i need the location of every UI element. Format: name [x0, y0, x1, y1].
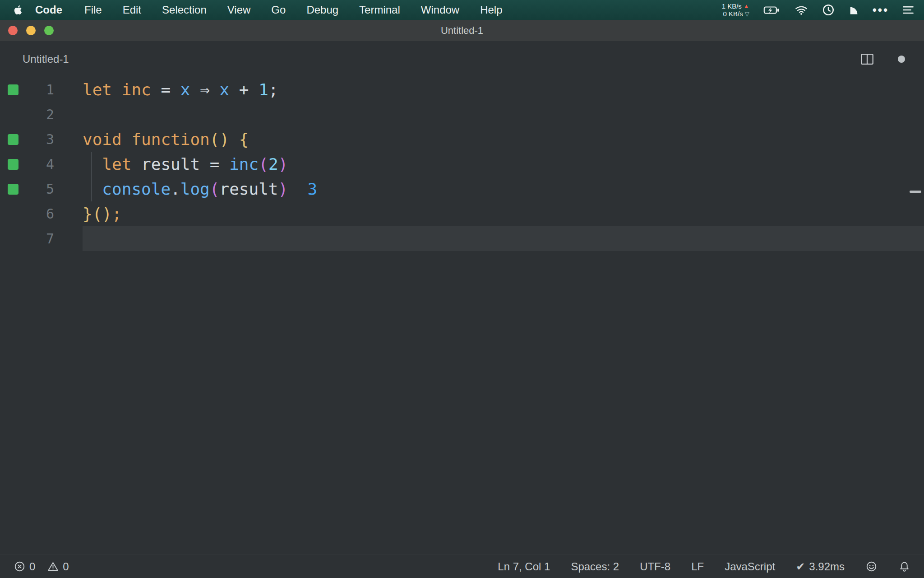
- code-text: void function() {: [83, 127, 924, 152]
- code-token: void: [83, 130, 122, 149]
- line-number[interactable]: 2: [26, 102, 54, 127]
- timing-value: 3.92ms: [809, 560, 845, 573]
- code-token: (: [259, 155, 268, 173]
- code-token: 1: [259, 80, 268, 99]
- coverage-gutter: [0, 226, 26, 251]
- menu-item-terminal[interactable]: Terminal: [349, 4, 411, 16]
- menu-item-edit[interactable]: Edit: [112, 4, 152, 16]
- close-button[interactable]: [8, 26, 18, 35]
- upload-arrow-icon: ▲: [744, 2, 749, 10]
- download-arrow-icon: ▽: [745, 10, 749, 18]
- menu-item-go[interactable]: Go: [261, 4, 296, 16]
- window-controls: [0, 26, 54, 35]
- code-text: [83, 226, 924, 251]
- code-token: console: [102, 180, 171, 198]
- battery-icon[interactable]: [762, 4, 781, 16]
- code-token: result: [141, 155, 200, 173]
- code-token: inc: [229, 155, 259, 173]
- coverage-gutter: [0, 102, 26, 127]
- list-menu-icon[interactable]: [901, 3, 915, 17]
- status-bar: 0 0 Ln 7, Col 1 Spaces: 2 UTF-8 LF JavaS…: [0, 555, 924, 578]
- code-token: result: [219, 180, 278, 198]
- line-number[interactable]: 7: [26, 226, 54, 251]
- quokka-timing[interactable]: ✔ 3.92ms: [796, 560, 845, 573]
- feedback-smiley-icon[interactable]: [865, 560, 878, 573]
- encoding-setting[interactable]: UTF-8: [640, 560, 670, 573]
- line-number[interactable]: 3: [26, 127, 54, 152]
- error-count: 0: [29, 560, 35, 573]
- macos-menu-bar: Code FileEditSelectionViewGoDebugTermina…: [0, 0, 924, 20]
- code-token: .: [171, 180, 180, 198]
- overview-ruler-mark: [910, 191, 921, 193]
- code-token: ;: [268, 80, 278, 99]
- code-token: [83, 155, 102, 173]
- code-token: [229, 130, 239, 149]
- eol-setting[interactable]: LF: [691, 560, 704, 573]
- menu-item-view[interactable]: View: [217, 4, 261, 16]
- code-token: =: [151, 80, 180, 99]
- line-number[interactable]: 5: [26, 177, 54, 201]
- menu-items: FileEditSelectionViewGoDebugTerminalWind…: [74, 4, 513, 16]
- code-line-1[interactable]: 1let inc = x ⇒ x + 1;: [0, 77, 924, 102]
- code-line-5[interactable]: 5 console.log(result) 3: [0, 177, 924, 201]
- notifications-bell-icon[interactable]: [898, 560, 910, 573]
- cursor-position[interactable]: Ln 7, Col 1: [498, 560, 550, 573]
- code-text: console.log(result) 3: [83, 177, 924, 201]
- indent-guide: [91, 152, 92, 201]
- zoom-button[interactable]: [44, 26, 54, 35]
- coverage-indicator-icon: [0, 77, 26, 102]
- window-title-bar: Untitled-1: [0, 20, 924, 41]
- editor-tab-label: Untitled-1: [23, 53, 69, 65]
- code-line-7[interactable]: 7: [0, 226, 924, 251]
- line-number[interactable]: 4: [26, 152, 54, 177]
- code-line-2[interactable]: 2: [0, 102, 924, 127]
- apple-menu-icon[interactable]: [8, 5, 28, 15]
- code-token: [288, 180, 307, 198]
- menu-app-name[interactable]: Code: [28, 4, 74, 16]
- code-token: [122, 130, 132, 149]
- code-text: [83, 102, 924, 127]
- line-number[interactable]: 1: [26, 77, 54, 102]
- language-mode[interactable]: JavaScript: [725, 560, 775, 573]
- code-line-6[interactable]: 6}();: [0, 201, 924, 226]
- code-text: let inc = x ⇒ x + 1;: [83, 77, 924, 102]
- menu-item-file[interactable]: File: [74, 4, 112, 16]
- menu-item-selection[interactable]: Selection: [152, 4, 217, 16]
- minimize-button[interactable]: [26, 26, 36, 35]
- code-text: }();: [83, 201, 924, 226]
- menu-item-help[interactable]: Help: [470, 4, 513, 16]
- code-line-3[interactable]: 3void function() {: [0, 127, 924, 152]
- code-token: [112, 80, 122, 99]
- menu-item-debug[interactable]: Debug: [296, 4, 349, 16]
- menubar-extra-app-icon[interactable]: [848, 4, 860, 16]
- warning-icon: [47, 560, 59, 573]
- coverage-indicator-icon: [0, 127, 26, 152]
- code-token: [131, 155, 141, 173]
- problems-indicator[interactable]: 0 0: [14, 560, 76, 573]
- code-token: x: [180, 80, 190, 99]
- code-token: {: [239, 130, 249, 149]
- check-icon: ✔: [796, 560, 805, 573]
- coverage-gutter: [0, 201, 26, 226]
- split-editor-icon[interactable]: [860, 53, 874, 65]
- code-token: 2: [268, 155, 278, 173]
- menu-item-window[interactable]: Window: [411, 4, 470, 16]
- more-menu-icon[interactable]: •••: [873, 4, 889, 16]
- code-token: ⇒: [190, 80, 219, 99]
- code-token: 3: [308, 180, 318, 198]
- line-number[interactable]: 6: [26, 201, 54, 226]
- warning-count: 0: [63, 560, 69, 573]
- code-token: let: [102, 155, 131, 173]
- indentation-setting[interactable]: Spaces: 2: [571, 560, 619, 573]
- code-token: (): [210, 130, 229, 149]
- code-editor[interactable]: 1let inc = x ⇒ x + 1;23void function() {…: [0, 77, 924, 251]
- unsaved-changes-indicator: [898, 56, 905, 63]
- wifi-icon[interactable]: [794, 4, 809, 16]
- code-text: let result = inc(2): [83, 152, 924, 177]
- editor-actions: [860, 53, 905, 65]
- coverage-indicator-icon: [0, 152, 26, 177]
- code-line-4[interactable]: 4 let result = inc(2): [0, 152, 924, 177]
- clock-icon[interactable]: [822, 3, 835, 17]
- network-speed-indicator[interactable]: 1 KB/s▲ 0 KB/s▽: [722, 2, 749, 18]
- code-token: }(): [83, 205, 112, 223]
